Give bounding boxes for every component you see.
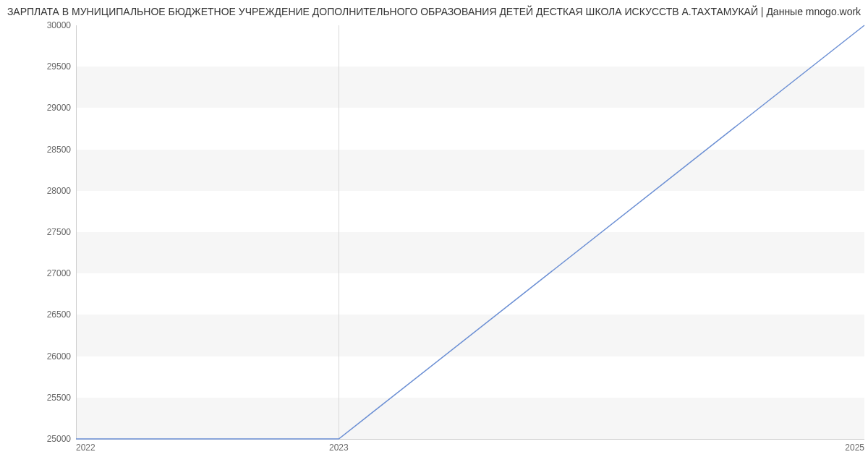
chart-container: ЗАРПЛАТА В МУНИЦИПАЛЬНОЕ БЮДЖЕТНОЕ УЧРЕЖ…	[0, 0, 868, 470]
x-tick-label: 2022	[76, 443, 95, 453]
y-tick-label: 28000	[27, 186, 71, 196]
y-tick-label: 26000	[27, 351, 71, 362]
y-tick-label: 28500	[27, 145, 71, 155]
y-tick-label: 30000	[27, 20, 71, 30]
y-tick-label: 25000	[27, 434, 71, 444]
line-series	[76, 25, 864, 439]
x-tick-label: 2023	[329, 443, 349, 453]
y-tick-label: 29500	[27, 61, 71, 72]
chart-title: ЗАРПЛАТА В МУНИЦИПАЛЬНОЕ БЮДЖЕТНОЕ УЧРЕЖ…	[0, 6, 868, 17]
y-tick-label: 25500	[27, 393, 71, 403]
y-tick-label: 27500	[27, 227, 71, 237]
y-tick-label: 27000	[27, 268, 71, 278]
y-tick-label: 29000	[27, 103, 71, 113]
x-tick-label: 2025	[845, 443, 864, 453]
y-tick-label: 26500	[27, 309, 71, 320]
